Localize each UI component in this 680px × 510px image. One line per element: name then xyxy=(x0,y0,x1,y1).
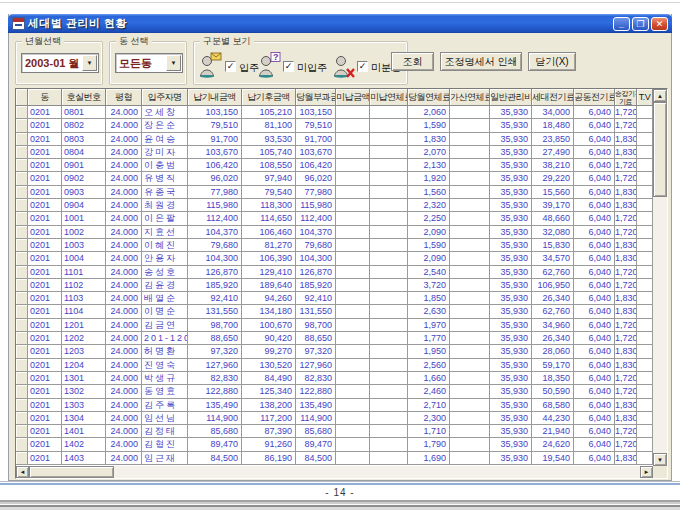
cell[interactable]: 114,650 xyxy=(242,212,296,225)
cell[interactable]: 송성호 xyxy=(142,266,188,279)
cell[interactable]: 김윤경 xyxy=(142,279,188,292)
query-button[interactable]: 조회 xyxy=(391,52,434,71)
cell[interactable]: 106,460 xyxy=(242,226,296,239)
cell[interactable]: 3,720 xyxy=(408,279,450,292)
cell[interactable]: 0201 xyxy=(28,372,62,385)
cell[interactable] xyxy=(336,159,370,172)
cell[interactable]: 1,590 xyxy=(408,239,450,252)
cell[interactable]: 24.000 xyxy=(106,133,142,146)
table-row[interactable]: 0201120424.000진영숙127,960130,520127,9602,… xyxy=(16,359,653,372)
cell[interactable]: 35,930 xyxy=(490,399,532,412)
cell[interactable]: 24.000 xyxy=(106,319,142,332)
cell[interactable]: 1204 xyxy=(62,359,106,372)
cell[interactable]: 6,040 xyxy=(574,412,615,425)
cell[interactable]: 0201 xyxy=(28,199,62,212)
cell[interactable]: 6,040 xyxy=(574,279,615,292)
cell[interactable]: 24.000 xyxy=(106,106,142,119)
cell[interactable]: 0201 xyxy=(28,305,62,318)
cell[interactable]: 104,300 xyxy=(188,252,242,265)
cell[interactable]: 김정태 xyxy=(142,425,188,438)
cell[interactable]: 2,060 xyxy=(408,106,450,119)
cell[interactable]: 1402 xyxy=(62,438,106,451)
cell[interactable] xyxy=(450,279,490,292)
cell[interactable]: 35,930 xyxy=(490,345,532,358)
cell[interactable] xyxy=(637,319,653,332)
cell[interactable] xyxy=(336,292,370,305)
cell[interactable] xyxy=(370,359,408,372)
table-row[interactable]: 0201080324.000윤여승91,70093,53091,7001,830… xyxy=(16,133,653,146)
cell[interactable]: 6,040 xyxy=(574,239,615,252)
table-row[interactable]: 0201130124.000박생규82,83084,49082,8301,660… xyxy=(16,372,653,385)
cell[interactable]: 90,420 xyxy=(242,332,296,345)
cell[interactable]: 118,300 xyxy=(242,199,296,212)
cell[interactable]: 115,980 xyxy=(188,199,242,212)
cell[interactable]: 24.000 xyxy=(106,239,142,252)
cell[interactable]: 6,040 xyxy=(574,332,615,345)
cell[interactable]: 배열순 xyxy=(142,292,188,305)
cell[interactable]: 1102 xyxy=(62,279,106,292)
table-row[interactable]: 0201140324.000임근재84,50086,19084,5001,690… xyxy=(16,452,653,465)
cell[interactable] xyxy=(637,438,653,451)
cell[interactable]: 35,930 xyxy=(490,266,532,279)
vertical-scrollbar[interactable]: ▲ ▼ xyxy=(653,89,667,466)
cell[interactable] xyxy=(336,332,370,345)
cell[interactable]: 79,510 xyxy=(188,119,242,132)
cell[interactable]: 131,550 xyxy=(296,305,336,318)
cell[interactable]: 2,540 xyxy=(408,266,450,279)
cell[interactable]: 48,660 xyxy=(532,212,574,225)
table-row[interactable]: 0201080424.000강미자103,670105,740103,6702,… xyxy=(16,146,653,159)
cell[interactable]: 125,340 xyxy=(242,385,296,398)
cell[interactable]: 96,020 xyxy=(188,172,242,185)
table-row[interactable]: 0201100324.000이혜진79,68081,27079,6801,590… xyxy=(16,239,653,252)
cell[interactable]: 104,370 xyxy=(188,226,242,239)
cell[interactable]: 106,950 xyxy=(532,279,574,292)
cell[interactable] xyxy=(370,425,408,438)
cell[interactable]: 0201 xyxy=(28,146,62,159)
cell[interactable]: 1,720 xyxy=(615,266,637,279)
cell[interactable] xyxy=(370,119,408,132)
cell[interactable]: 6,040 xyxy=(574,172,615,185)
cell[interactable]: 24.000 xyxy=(106,399,142,412)
cell[interactable] xyxy=(450,332,490,345)
cell[interactable]: 6,040 xyxy=(574,266,615,279)
cell[interactable]: 0201 xyxy=(28,159,62,172)
cell[interactable]: 24,620 xyxy=(532,438,574,451)
cell[interactable] xyxy=(637,292,653,305)
cell[interactable]: 99,270 xyxy=(242,345,296,358)
cell[interactable]: 1,850 xyxy=(408,292,450,305)
cell[interactable]: 114,900 xyxy=(296,412,336,425)
cell[interactable]: 6,040 xyxy=(574,212,615,225)
cell[interactable]: 122,880 xyxy=(296,385,336,398)
cell[interactable]: 39,170 xyxy=(532,199,574,212)
cell[interactable]: 201-120 xyxy=(142,332,188,345)
cell[interactable]: 134,180 xyxy=(242,305,296,318)
cell[interactable]: 1,720 xyxy=(615,332,637,345)
cell[interactable]: 24.000 xyxy=(106,332,142,345)
cell[interactable]: 6,040 xyxy=(574,292,615,305)
cell[interactable] xyxy=(637,133,653,146)
cell[interactable]: 97,320 xyxy=(188,345,242,358)
cell[interactable]: 35,930 xyxy=(490,279,532,292)
cell[interactable]: 62,760 xyxy=(532,266,574,279)
row-indicator[interactable] xyxy=(16,212,28,225)
cell[interactable]: 189,640 xyxy=(242,279,296,292)
table-row[interactable]: 0201080224.000장은순79,51081,10079,5101,590… xyxy=(16,119,653,132)
row-indicator[interactable] xyxy=(16,438,28,451)
cell[interactable] xyxy=(637,305,653,318)
cell[interactable]: 0804 xyxy=(62,146,106,159)
cell[interactable] xyxy=(336,119,370,132)
cell[interactable]: 35,930 xyxy=(490,292,532,305)
cell[interactable]: 안용자 xyxy=(142,252,188,265)
cell[interactable]: 임근재 xyxy=(142,452,188,465)
cell[interactable] xyxy=(370,412,408,425)
cell[interactable]: 93,530 xyxy=(242,133,296,146)
cell[interactable]: 15,560 xyxy=(532,186,574,199)
cell[interactable]: 79,540 xyxy=(242,186,296,199)
cell[interactable]: 2,300 xyxy=(408,412,450,425)
cell[interactable]: 24.000 xyxy=(106,226,142,239)
cell[interactable]: 81,100 xyxy=(242,119,296,132)
cell[interactable] xyxy=(336,239,370,252)
cell[interactable] xyxy=(450,199,490,212)
row-indicator[interactable] xyxy=(16,399,28,412)
cell[interactable]: 98,700 xyxy=(188,319,242,332)
